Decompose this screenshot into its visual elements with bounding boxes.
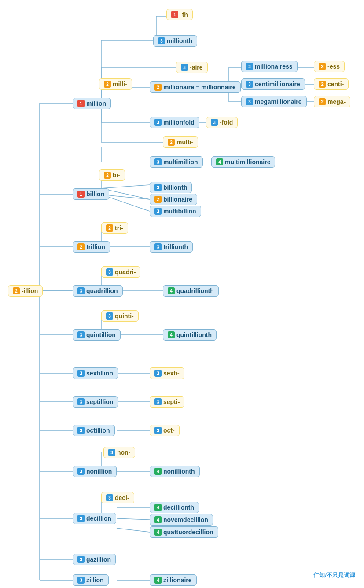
node-decillion: 3decillion [73, 513, 116, 524]
label-centi: centi- [327, 81, 344, 88]
label-bi: bi- [113, 172, 120, 179]
svg-line-57 [117, 528, 150, 532]
label-deci: deci- [115, 494, 129, 501]
label-septi: septi- [163, 398, 180, 405]
badge-trillion: 2 [77, 243, 85, 250]
badge-centi: 2 [319, 81, 326, 88]
label-billionaire: billionaire [163, 196, 192, 203]
badge-octillion: 3 [77, 427, 85, 434]
badge-multimillionaire: 4 [216, 158, 223, 165]
badge-nonillion: 3 [77, 468, 85, 475]
svg-line-39 [101, 185, 150, 188]
node-non: 3non- [103, 447, 135, 458]
node-millionfold: 3millionfold [150, 117, 199, 128]
label-nonillionth: nonillionth [163, 468, 195, 475]
badge-nonillionth: 4 [154, 468, 162, 475]
node-quintillion: 3quintillion [73, 329, 121, 341]
badge-multi: 2 [168, 139, 175, 146]
label-ess: -ess [327, 63, 340, 70]
label-sexti: sexti- [163, 370, 180, 377]
badge-millionth: 3 [158, 37, 165, 44]
node-zillion: 3zillion [73, 574, 109, 586]
label-gazillion: gazillion [86, 556, 111, 563]
badge-zillion: 3 [77, 577, 85, 584]
badge-novemdecillion: 4 [154, 516, 162, 523]
label-quintillionth: quintillionth [176, 331, 212, 338]
badge-fold: 3 [211, 119, 218, 126]
node-zillionaire: 4zillionaire [150, 574, 197, 586]
badge-illion: 2 [13, 287, 20, 294]
label-trillion: trillion [86, 243, 105, 250]
node-quattuordecillion: 4quattuordecillion [150, 526, 218, 538]
label-quinti: quinti- [115, 312, 134, 320]
label-oct: oct- [163, 427, 175, 434]
node-billion: 1billion [73, 188, 109, 200]
node-septillion: 3septillion [73, 396, 118, 408]
node-bi: 2bi- [99, 169, 125, 181]
node-millionairess: 3millionairess [241, 61, 298, 72]
label-quintillion: quintillion [86, 331, 116, 338]
badge-quadrillionth: 4 [168, 287, 175, 294]
badge-millionfold: 3 [154, 119, 162, 126]
node-multimillionaire: 4multimillionaire [211, 156, 275, 168]
node-deci: 3deci- [101, 492, 134, 503]
badge-bi: 2 [104, 172, 111, 179]
label-billion: billion [86, 191, 104, 198]
label-quadrillionth: quadrillionth [176, 287, 214, 294]
node-fold: 3-fold [206, 117, 238, 128]
node-sexti: 3sexti- [150, 368, 184, 379]
badge-million: 1 [77, 100, 85, 107]
label-millionth: millionth [167, 37, 192, 44]
label-mega: mega- [327, 98, 346, 105]
label-decillion: decillion [86, 515, 111, 522]
label-multibillion: multibillion [163, 208, 196, 215]
node-sextillion: 3sextillion [73, 368, 118, 379]
node-quadrillion: 3quadrillion [73, 285, 123, 297]
label-octillion: octillion [86, 427, 110, 434]
badge-multibillion: 3 [154, 208, 162, 215]
badge-billionth: 3 [154, 184, 162, 191]
label-trillionth: trillionth [163, 243, 188, 250]
badge-sextillion: 3 [77, 370, 85, 377]
badge-millionaire_eq: 2 [154, 84, 162, 91]
node-milli: 2milli- [99, 78, 132, 90]
node-nonillion: 3nonillion [73, 466, 117, 477]
node-septi: 3septi- [150, 396, 184, 408]
badge-megamillionaire: 3 [246, 98, 253, 105]
node-nonillionth: 4nonillionth [150, 466, 200, 477]
node-centi: 2centi- [314, 78, 349, 90]
badge-th: 1 [171, 11, 178, 18]
badge-mega: 2 [319, 98, 326, 105]
label-aire: -aire [190, 64, 203, 71]
badge-oct: 3 [154, 427, 162, 434]
node-decillionth: 4decillionth [150, 502, 199, 513]
node-megamillionaire: 3megamillionaire [241, 96, 307, 107]
label-zillion: zillion [86, 577, 104, 584]
node-multi: 2multi- [163, 136, 198, 148]
badge-quadrillion: 3 [77, 287, 85, 294]
label-centimillionaire: centimillionaire [255, 81, 300, 88]
label-non: non- [117, 449, 130, 456]
badge-septi: 3 [154, 398, 162, 405]
node-gazillion: 3gazillion [73, 554, 116, 565]
label-millionfold: millionfold [163, 119, 195, 126]
node-million: 1million [73, 98, 111, 109]
label-fold: -fold [220, 119, 233, 126]
node-quadrillionth: 4quadrillionth [163, 285, 219, 297]
node-trillion: 2trillion [73, 241, 110, 253]
node-quadri: 3quadri- [101, 266, 140, 278]
label-nonillion: nonillion [86, 468, 112, 475]
label-illion: -illion [22, 287, 38, 294]
badge-milli: 2 [104, 81, 111, 88]
label-millionaire_eq: millionaire = millionnaire [163, 84, 236, 91]
label-decillionth: decillionth [163, 504, 194, 511]
node-octillion: 3octillion [73, 425, 115, 436]
badge-centimillionaire: 3 [246, 81, 253, 88]
badge-billionaire: 2 [154, 196, 162, 203]
badge-quadri: 3 [106, 268, 113, 276]
label-billionth: billionth [163, 184, 187, 191]
label-th: -th [180, 11, 188, 18]
badge-sexti: 3 [154, 370, 162, 377]
label-zillionaire: zillionaire [163, 577, 192, 584]
label-multimillion: multimillion [163, 158, 198, 165]
